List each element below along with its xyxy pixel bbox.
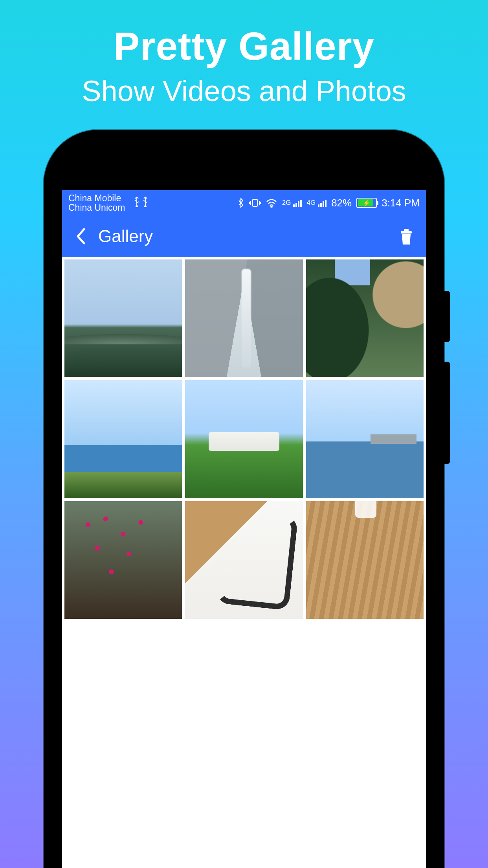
usb-icons: [134, 196, 149, 210]
hero-title: Pretty Gallery: [0, 24, 488, 69]
phone-side-button: [444, 291, 450, 342]
trash-icon: [398, 227, 414, 245]
gallery-grid[interactable]: [62, 257, 426, 621]
phone-screen: China Mobile China Unicom: [62, 190, 426, 868]
app-bar-title: Gallery: [98, 226, 153, 246]
phone-side-button: [444, 362, 450, 464]
app-bar: Gallery: [62, 215, 426, 257]
battery-icon: ⚡: [356, 198, 377, 208]
carrier-labels: China Mobile China Unicom: [68, 193, 125, 212]
clock: 3:14 PM: [382, 197, 420, 209]
phone-mockup: China Mobile China Unicom: [44, 130, 444, 868]
delete-button[interactable]: [396, 226, 416, 246]
gallery-thumb[interactable]: [185, 380, 303, 498]
gallery-thumb[interactable]: [64, 259, 182, 377]
gallery-thumb[interactable]: [185, 259, 303, 377]
bluetooth-icon: [237, 197, 244, 208]
carrier-1: China Mobile: [68, 193, 125, 203]
wifi-icon: [266, 198, 277, 208]
chevron-left-icon: [75, 228, 86, 245]
svg-point-3: [271, 206, 272, 208]
gallery-thumb[interactable]: [64, 501, 182, 619]
hero-subtitle: Show Videos and Photos: [0, 74, 488, 108]
svg-rect-5: [404, 229, 409, 231]
carrier-2: China Unicom: [68, 203, 125, 212]
svg-point-0: [136, 206, 138, 207]
gallery-thumb[interactable]: [64, 380, 182, 498]
signal-2g: 2G: [282, 199, 302, 207]
gallery-thumb[interactable]: [306, 259, 424, 377]
usb-icon: [142, 196, 149, 210]
back-button[interactable]: [72, 227, 90, 246]
svg-rect-2: [253, 199, 257, 206]
svg-rect-4: [401, 231, 412, 234]
battery-percent: 82%: [331, 197, 352, 209]
gallery-thumb[interactable]: [185, 501, 303, 619]
usb-icon: [134, 196, 140, 210]
promo-hero: Pretty Gallery Show Videos and Photos: [0, 0, 488, 108]
gallery-thumb[interactable]: [306, 501, 424, 619]
gallery-thumb[interactable]: [306, 380, 424, 498]
vibrate-icon: [249, 198, 261, 208]
status-bar: China Mobile China Unicom: [62, 190, 426, 215]
signal-4g: 4G: [306, 199, 327, 207]
svg-point-1: [145, 206, 146, 207]
